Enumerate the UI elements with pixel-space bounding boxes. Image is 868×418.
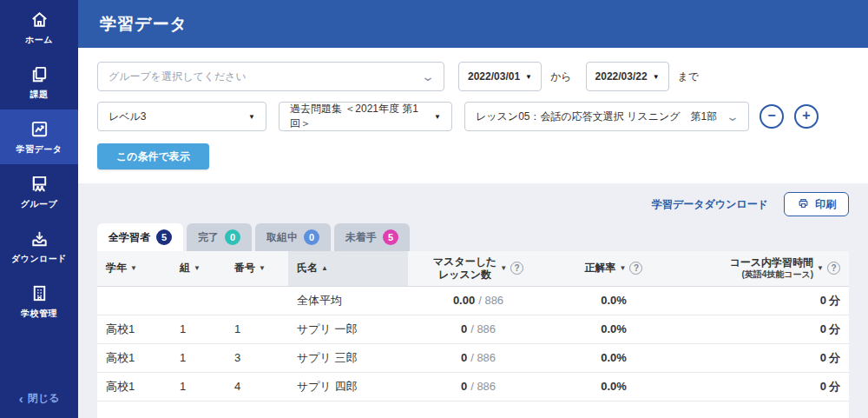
col-header-name[interactable]: 氏名▲ — [288, 251, 408, 286]
tab-label: 未着手 — [345, 230, 377, 245]
printer-icon — [797, 197, 810, 212]
sidebar-item-group[interactable]: グループ — [0, 164, 78, 219]
results-actions: 学習データダウンロード 印刷 — [78, 192, 868, 216]
sort-desc-icon: ▼ — [500, 264, 507, 272]
filter-section: グループを選択してください ⌄ 2022/03/01 ▼ から 2022/03/… — [78, 48, 868, 183]
cell-name: サプリ 四郎 — [288, 372, 408, 401]
home-icon — [30, 10, 49, 30]
table-row: 高校1 1 4 サプリ 四郎 0/ 886 0.0% 0分 — [97, 372, 849, 401]
cell-grade — [97, 286, 171, 315]
filter-row-2: レベル3 ▼ 過去問題集 ＜2021年度 第1回＞ ▼ レッスン05：会話の応答… — [97, 102, 849, 131]
caret-down-icon: ▼ — [248, 113, 255, 121]
sidebar-item-label: 学校管理 — [21, 308, 57, 320]
learning-data-chart-icon — [30, 119, 49, 139]
col-header-study-time[interactable]: コース内学習時間(英語4技能コース) ▼ ? — [679, 251, 849, 286]
content-area: グループを選択してください ⌄ 2022/03/01 ▼ から 2022/03/… — [78, 48, 868, 418]
sidebar-item-home[interactable]: ホーム — [0, 0, 78, 55]
cell-class: 1 — [171, 343, 226, 372]
cell-accuracy: 0.0% — [549, 315, 679, 343]
date-to-select[interactable]: 2022/03/22 ▼ — [586, 62, 669, 91]
tab-completed[interactable]: 完了 0 — [187, 223, 252, 251]
cell-accuracy: 0.0% — [549, 286, 679, 315]
col-header-class[interactable]: 組▼ — [171, 251, 226, 286]
sidebar-item-learning-data[interactable]: 学習データ — [0, 109, 78, 164]
col-header-grade[interactable]: 学年▼ — [97, 251, 171, 286]
sidebar-close-label: 閉じる — [28, 391, 60, 406]
tab-all-students[interactable]: 全学習者 5 — [97, 223, 183, 251]
material-select[interactable]: 過去問題集 ＜2021年度 第1回＞ ▼ — [279, 102, 452, 131]
sort-desc-icon: ▼ — [130, 264, 137, 272]
tab-in-progress[interactable]: 取組中 0 — [255, 223, 331, 251]
sidebar-item-school-admin[interactable]: 学校管理 — [0, 274, 78, 328]
cell-class: 1 — [171, 372, 226, 401]
add-condition-button[interactable]: + — [794, 104, 819, 129]
level-select[interactable]: レベル3 ▼ — [97, 102, 266, 131]
help-icon[interactable]: ? — [827, 262, 840, 275]
tab-label: 全学習者 — [108, 230, 150, 245]
date-from-select[interactable]: 2022/03/01 ▼ — [458, 62, 542, 91]
results-panel: 学習データダウンロード 印刷 全学習者 5 完了 — [78, 183, 868, 418]
apply-filter-button[interactable]: この条件で表示 — [97, 143, 209, 169]
count-badge: 5 — [383, 229, 398, 245]
cell-lessons: 0/ 886 — [408, 343, 549, 372]
caret-down-icon: ▼ — [525, 73, 532, 81]
table-row-average: 全体平均 0.00/ 886 0.0% 0分 — [97, 286, 849, 315]
app-window: ホーム 課題 学習データ グループ ダウンロード — [0, 0, 868, 418]
sidebar: ホーム 課題 学習データ グループ ダウンロード — [0, 0, 78, 418]
count-badge: 0 — [225, 229, 240, 245]
level-select-value: レベル3 — [108, 109, 147, 124]
col-header-number[interactable]: 番号▼ — [226, 251, 288, 286]
sidebar-item-label: ダウンロード — [11, 253, 67, 265]
cell-name: サプリ 一郎 — [288, 315, 408, 343]
sort-desc-icon: ▼ — [259, 264, 266, 272]
page-header: 学習データ — [78, 0, 868, 48]
col-header-mastered-lessons[interactable]: マスターしたレッスン数 ▼ ? — [408, 251, 549, 286]
chevron-left-icon: ‹ — [19, 392, 23, 405]
filter-row-1: グループを選択してください ⌄ 2022/03/01 ▼ から 2022/03/… — [97, 62, 849, 91]
main-area: 学習データ グループを選択してください ⌄ 2022/03/01 ▼ から 20 — [78, 0, 868, 418]
print-button-label: 印刷 — [815, 197, 836, 212]
help-icon[interactable]: ? — [510, 262, 523, 275]
date-from-value: 2022/03/01 — [468, 70, 520, 83]
cell-name: サプリ 三郎 — [288, 343, 408, 372]
sort-desc-icon: ▼ — [194, 264, 201, 272]
tab-not-started[interactable]: 未着手 5 — [334, 223, 410, 251]
sidebar-collapse-button[interactable]: ‹ 閉じる — [0, 391, 78, 406]
sidebar-item-download[interactable]: ダウンロード — [0, 219, 78, 274]
print-button[interactable]: 印刷 — [784, 192, 849, 216]
date-to-suffix: まで — [678, 70, 700, 84]
download-data-link[interactable]: 学習データダウンロード — [652, 197, 768, 212]
school-icon — [30, 283, 49, 303]
group-select[interactable]: グループを選択してください ⌄ — [97, 62, 444, 91]
cell-time: 0分 — [679, 286, 849, 315]
col-header-accuracy[interactable]: 正解率▼? — [549, 251, 679, 286]
sidebar-item-label: ホーム — [25, 34, 53, 46]
cell-lessons: 0.00/ 886 — [408, 286, 549, 315]
table-row-partial — [97, 401, 849, 418]
chevron-down-icon: ⌄ — [421, 70, 435, 83]
cell-grade: 高校1 — [97, 372, 171, 401]
sidebar-item-assignments[interactable]: 課題 — [0, 55, 78, 109]
date-to-value: 2022/03/22 — [595, 70, 648, 83]
lesson-select-value: レッスン05：会話の応答文選択 リスニング 第1部 — [476, 109, 717, 124]
caret-down-icon: ▼ — [653, 73, 660, 81]
lesson-select[interactable]: レッスン05：会話の応答文選択 リスニング 第1部 ⌄ — [464, 102, 749, 131]
cell-accuracy: 0.0% — [549, 343, 679, 372]
sidebar-item-label: 学習データ — [16, 143, 62, 156]
sort-desc-icon: ▼ — [817, 264, 824, 272]
chevron-down-icon: ⌄ — [726, 110, 740, 123]
cell-number: 4 — [226, 372, 288, 401]
cell-lessons: 0/ 886 — [408, 315, 549, 343]
material-select-value: 過去問題集 ＜2021年度 第1回＞ — [290, 102, 425, 131]
help-icon[interactable]: ? — [629, 262, 642, 275]
table-row: 高校1 1 1 サプリ 一郎 0/ 886 0.0% 0分 — [97, 315, 849, 343]
cell-class: 1 — [171, 315, 226, 343]
sort-asc-icon: ▲ — [321, 264, 328, 272]
remove-condition-button[interactable]: − — [760, 104, 784, 129]
download-icon — [30, 229, 49, 249]
cell-time: 0分 — [679, 372, 849, 401]
tab-label: 完了 — [198, 230, 219, 245]
cell-number: 1 — [226, 315, 288, 343]
cell-time: 0分 — [679, 343, 849, 372]
group-icon — [30, 174, 49, 194]
